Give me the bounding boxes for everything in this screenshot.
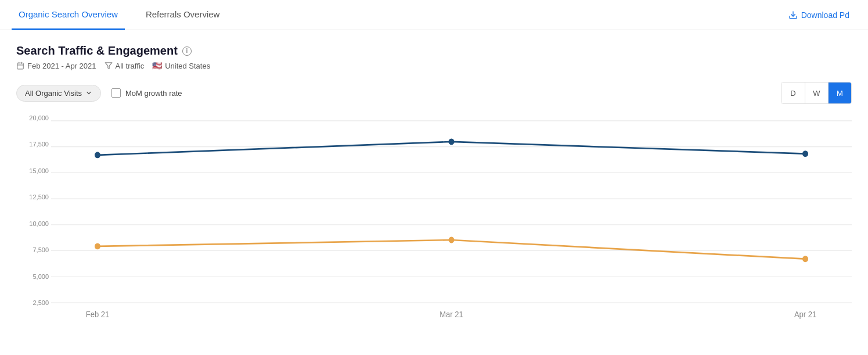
chevron-down-icon (85, 89, 92, 96)
info-icon[interactable]: i (182, 46, 192, 56)
orange-dot-mar (449, 237, 455, 243)
country-label: United States (165, 62, 210, 70)
y-label-7: 20,000 (16, 114, 49, 121)
time-period-buttons: D W M (781, 82, 852, 104)
section-meta: Feb 2021 - Apr 2021 All traffic 🇺🇸 Unite… (16, 61, 852, 70)
tab-organic-search[interactable]: Organic Search Overview (12, 0, 125, 30)
date-range: Feb 2021 - Apr 2021 (27, 62, 96, 70)
tab-referrals[interactable]: Referrals Overview (139, 0, 227, 30)
time-btn-w[interactable]: W (805, 83, 828, 103)
time-btn-m[interactable]: M (828, 83, 851, 103)
download-button[interactable]: Download Pd (781, 6, 856, 24)
orange-dot-feb (95, 243, 100, 249)
download-label: Download Pd (801, 10, 849, 20)
flag-icon: 🇺🇸 (152, 61, 162, 70)
blue-dot-mar (449, 138, 455, 145)
date-range-meta: Feb 2021 - Apr 2021 (16, 62, 96, 70)
country-meta: 🇺🇸 United States (152, 61, 210, 70)
x-label-mar: Mar 21 (440, 310, 463, 320)
y-label-3: 10,000 (16, 220, 49, 227)
y-label-0: 2,500 (16, 299, 49, 306)
y-label-2: 7,500 (16, 246, 49, 253)
y-label-1: 5,000 (16, 273, 49, 280)
controls-left: All Organic Visits MoM growth rate (16, 85, 182, 102)
mom-checkbox[interactable] (111, 88, 121, 98)
y-axis-labels: 2,500 5,000 7,500 10,000 12,500 15,000 1… (16, 114, 49, 306)
dropdown-label: All Organic Visits (25, 89, 82, 98)
controls-row: All Organic Visits MoM growth rate D W M (16, 82, 852, 104)
x-label-apr: Apr 21 (794, 310, 816, 320)
blue-dot-feb (95, 152, 100, 158)
mom-toggle[interactable]: MoM growth rate (111, 88, 182, 98)
section-title: Search Traffic & Engagement i (16, 44, 852, 58)
y-label-4: 12,500 (16, 193, 49, 200)
traffic-type-meta: All traffic (105, 62, 145, 70)
svg-rect-1 (17, 63, 24, 69)
traffic-type: All traffic (116, 62, 145, 70)
mom-label: MoM growth rate (125, 89, 182, 98)
x-label-feb: Feb 21 (86, 310, 109, 320)
blue-dot-apr (802, 150, 808, 157)
y-label-6: 17,500 (16, 141, 49, 148)
chart-svg: Feb 21 Mar 21 Apr 21 (51, 114, 852, 324)
tabs-bar: Organic Search Overview Referrals Overvi… (0, 0, 868, 30)
y-label-5: 15,000 (16, 167, 49, 174)
filter-icon (105, 62, 113, 70)
organic-visits-dropdown[interactable]: All Organic Visits (16, 85, 101, 102)
download-icon (788, 10, 798, 20)
orange-dot-apr (802, 256, 808, 262)
time-btn-d[interactable]: D (781, 83, 805, 103)
svg-marker-5 (105, 63, 112, 69)
main-content: Search Traffic & Engagement i Feb 2021 -… (0, 30, 868, 335)
chart-container: 2,500 5,000 7,500 10,000 12,500 15,000 1… (16, 114, 852, 324)
calendar-icon (16, 62, 24, 70)
